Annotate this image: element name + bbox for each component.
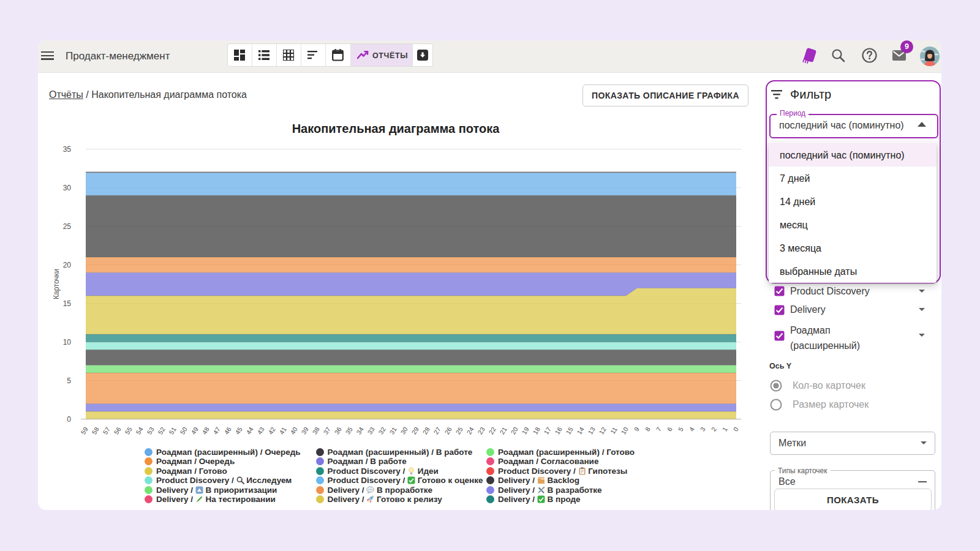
svg-text:53: 53 bbox=[145, 425, 155, 435]
svg-text:15: 15 bbox=[63, 299, 72, 308]
svg-text:41: 41 bbox=[277, 425, 287, 435]
svg-text:35: 35 bbox=[63, 145, 72, 154]
svg-text:33: 33 bbox=[366, 425, 375, 435]
svg-text:0: 0 bbox=[67, 415, 71, 424]
svg-text:17: 17 bbox=[542, 425, 552, 435]
svg-text:49: 49 bbox=[189, 425, 199, 435]
svg-text:7: 7 bbox=[654, 425, 662, 432]
svg-text:23: 23 bbox=[476, 425, 486, 435]
svg-text:29: 29 bbox=[410, 425, 420, 435]
svg-text:10: 10 bbox=[63, 338, 72, 347]
svg-text:10: 10 bbox=[619, 425, 629, 435]
svg-text:44: 44 bbox=[244, 425, 254, 435]
svg-text:46: 46 bbox=[222, 425, 232, 435]
svg-text:31: 31 bbox=[388, 425, 398, 435]
svg-text:1: 1 bbox=[720, 425, 728, 432]
svg-text:3: 3 bbox=[698, 425, 706, 432]
svg-text:5: 5 bbox=[67, 377, 71, 385]
svg-text:43: 43 bbox=[255, 425, 265, 435]
svg-text:54: 54 bbox=[134, 425, 144, 435]
svg-text:5: 5 bbox=[676, 425, 684, 432]
svg-text:24: 24 bbox=[465, 425, 475, 435]
svg-text:42: 42 bbox=[266, 425, 276, 435]
svg-text:25: 25 bbox=[63, 222, 72, 231]
svg-text:14: 14 bbox=[575, 425, 585, 435]
svg-text:48: 48 bbox=[200, 425, 210, 435]
svg-text:34: 34 bbox=[355, 425, 364, 435]
svg-text:45: 45 bbox=[233, 425, 243, 435]
svg-text:Карточки: Карточки bbox=[52, 269, 61, 299]
svg-text:19: 19 bbox=[520, 425, 530, 435]
svg-text:16: 16 bbox=[553, 425, 563, 435]
svg-text:55: 55 bbox=[123, 425, 133, 435]
svg-text:13: 13 bbox=[586, 425, 596, 435]
svg-text:15: 15 bbox=[564, 425, 574, 435]
svg-text:0: 0 bbox=[731, 425, 739, 432]
svg-text:9: 9 bbox=[632, 425, 640, 432]
svg-text:30: 30 bbox=[63, 184, 72, 192]
svg-text:21: 21 bbox=[498, 425, 508, 435]
svg-text:56: 56 bbox=[112, 425, 122, 435]
svg-text:28: 28 bbox=[421, 425, 431, 435]
svg-text:58: 58 bbox=[90, 425, 100, 435]
svg-text:59: 59 bbox=[79, 425, 89, 435]
svg-text:32: 32 bbox=[377, 425, 386, 435]
svg-text:27: 27 bbox=[432, 425, 442, 435]
svg-text:40: 40 bbox=[288, 425, 298, 435]
svg-text:11: 11 bbox=[609, 425, 619, 435]
svg-text:6: 6 bbox=[665, 425, 673, 432]
svg-text:52: 52 bbox=[156, 425, 166, 435]
svg-text:4: 4 bbox=[687, 425, 695, 432]
svg-text:8: 8 bbox=[643, 425, 651, 432]
svg-text:38: 38 bbox=[311, 425, 320, 435]
svg-text:18: 18 bbox=[531, 425, 541, 435]
svg-text:47: 47 bbox=[211, 425, 221, 435]
svg-text:20: 20 bbox=[63, 261, 72, 269]
svg-text:30: 30 bbox=[399, 425, 409, 435]
svg-text:39: 39 bbox=[300, 425, 309, 435]
svg-text:57: 57 bbox=[101, 425, 111, 435]
svg-text:22: 22 bbox=[487, 425, 497, 435]
svg-text:25: 25 bbox=[454, 425, 464, 435]
svg-text:50: 50 bbox=[178, 425, 188, 435]
svg-text:51: 51 bbox=[167, 425, 177, 435]
svg-text:12: 12 bbox=[597, 425, 607, 435]
svg-text:35: 35 bbox=[344, 425, 353, 435]
svg-text:20: 20 bbox=[509, 425, 519, 435]
svg-text:37: 37 bbox=[322, 425, 331, 435]
svg-text:26: 26 bbox=[443, 425, 453, 435]
svg-text:36: 36 bbox=[333, 425, 342, 435]
svg-text:2: 2 bbox=[709, 425, 717, 432]
